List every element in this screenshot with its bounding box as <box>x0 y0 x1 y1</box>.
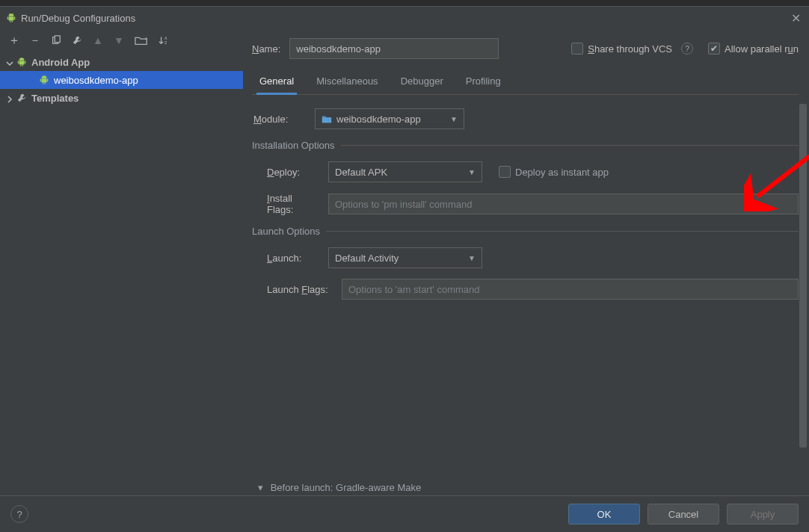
move-up-icon[interactable]: ▲ <box>91 34 105 47</box>
allow-parallel-label: Allow parallel run <box>725 43 799 55</box>
tree-item-weibosdkdemo-app[interactable]: weibosdkdemo-app <box>0 71 243 89</box>
tab-miscellaneous[interactable]: Miscellaneous <box>315 72 379 94</box>
launch-flags-label: Launch Flags: <box>253 284 334 295</box>
dialog-titlebar: Run/Debug Configurations ✕ <box>0 7 809 29</box>
caret-down-icon: ▼ <box>468 254 476 262</box>
tab-profiling[interactable]: Profiling <box>464 72 502 94</box>
tree-group-android-app[interactable]: Android App <box>0 53 243 71</box>
deploy-value: Default APK <box>335 167 387 178</box>
move-down-icon[interactable]: ▼ <box>112 34 126 47</box>
copy-config-icon[interactable] <box>49 34 63 47</box>
launch-label: Launch: <box>253 253 321 264</box>
wrench-icon <box>16 93 27 103</box>
left-pane: ＋ － ▲ ▼ + AZ <box>0 29 243 495</box>
launch-flags-input[interactable] <box>342 279 799 300</box>
ok-button[interactable]: OK <box>568 504 640 525</box>
svg-text:Z: Z <box>164 40 167 45</box>
left-toolbar: ＋ － ▲ ▼ + AZ <box>0 29 243 52</box>
svg-rect-17 <box>42 78 47 82</box>
tree-item-label: weibosdkdemo-app <box>52 75 138 86</box>
add-config-icon[interactable]: ＋ <box>7 34 21 47</box>
launch-combo[interactable]: Default Activity ▼ <box>328 247 482 268</box>
deploy-instant-checkbox[interactable] <box>499 166 511 178</box>
folder-add-icon[interactable]: + <box>133 34 150 47</box>
edit-defaults-icon[interactable] <box>70 34 84 47</box>
sort-alpha-icon[interactable]: AZ <box>157 34 172 47</box>
deploy-instant-label: Deploy as instant app <box>515 167 609 178</box>
allow-parallel-row[interactable]: Allow parallel run <box>708 43 799 55</box>
svg-rect-15 <box>20 65 21 66</box>
launch-row: Launch: Default Activity ▼ <box>252 247 799 268</box>
svg-rect-2 <box>14 16 15 19</box>
scrollbar-thumb[interactable] <box>799 104 807 448</box>
help-button[interactable]: ? <box>10 505 28 523</box>
svg-rect-19 <box>47 78 48 81</box>
dialog-footer: ? OK Cancel Apply <box>0 495 809 532</box>
folder-icon <box>322 114 332 124</box>
help-icon[interactable]: ? <box>681 43 693 55</box>
right-pane: Name: Share through VCS ? Allow parallel… <box>243 29 809 495</box>
before-launch-section[interactable]: ▾ Before launch: Gradle-aware Make <box>258 482 421 494</box>
svg-rect-14 <box>25 61 25 64</box>
svg-rect-18 <box>40 78 41 81</box>
chevron-down-icon: ▾ <box>258 482 263 493</box>
chevron-down-icon <box>6 58 13 66</box>
deploy-instant-row[interactable]: Deploy as instant app <box>499 166 609 178</box>
svg-rect-20 <box>43 83 43 84</box>
dialog-title: Run/Debug Configurations <box>21 13 135 24</box>
launch-flags-row: Launch Flags: <box>252 279 799 300</box>
cancel-button[interactable]: Cancel <box>647 504 719 525</box>
svg-rect-13 <box>18 61 19 64</box>
android-icon <box>6 13 16 23</box>
apply-button[interactable]: Apply <box>727 504 799 525</box>
tree-group-templates[interactable]: Templates <box>0 89 243 107</box>
install-flags-row: Install Flags: <box>252 193 799 215</box>
android-icon <box>39 75 49 85</box>
svg-rect-22 <box>322 117 331 123</box>
caret-down-icon: ▼ <box>450 115 458 123</box>
module-row: Module: weibosdkdemo-app ▼ <box>252 108 799 129</box>
svg-rect-0 <box>9 16 14 20</box>
config-tree[interactable]: Android App weibosdkdemo-app <box>0 52 243 495</box>
launch-options-header: Launch Options <box>252 226 799 237</box>
caret-down-icon: ▼ <box>468 168 476 176</box>
svg-rect-21 <box>45 83 46 84</box>
name-label: Name: <box>252 43 280 55</box>
name-row: Name: Share through VCS ? Allow parallel… <box>252 38 799 59</box>
install-flags-input[interactable] <box>328 194 799 214</box>
svg-rect-3 <box>10 21 10 22</box>
remove-config-icon[interactable]: － <box>28 34 42 47</box>
svg-text:A: A <box>164 36 167 40</box>
svg-rect-4 <box>12 21 13 22</box>
tree-templates-label: Templates <box>30 93 79 104</box>
tree-group-label: Android App <box>30 57 90 68</box>
tab-general[interactable]: General <box>258 72 295 94</box>
svg-rect-8 <box>55 36 60 43</box>
allow-parallel-checkbox[interactable] <box>708 43 720 55</box>
svg-rect-12 <box>19 61 25 64</box>
name-input[interactable] <box>289 38 499 59</box>
tabs-bar: General Miscellaneous Debugger Profiling <box>252 72 799 95</box>
svg-text:+: + <box>145 35 148 42</box>
close-icon[interactable]: ✕ <box>788 10 803 25</box>
android-icon <box>16 57 27 67</box>
form-area: Module: weibosdkdemo-app ▼ Installation … <box>252 108 799 495</box>
install-flags-label: Install Flags: <box>253 193 321 215</box>
share-vcs-checkbox[interactable] <box>571 43 583 55</box>
deploy-combo[interactable]: Default APK ▼ <box>328 161 482 182</box>
launch-value: Default Activity <box>335 253 399 264</box>
share-vcs-label: Share through VCS <box>588 43 672 55</box>
module-value: weibosdkdemo-app <box>336 114 421 125</box>
scrollbar[interactable] <box>799 104 807 451</box>
chevron-right-icon <box>6 94 13 102</box>
run-debug-configurations-dialog: Run/Debug Configurations ✕ ＋ － ▲ ▼ + <box>0 6 809 532</box>
svg-rect-1 <box>7 16 8 19</box>
deploy-label: Deploy: <box>253 167 321 178</box>
tab-debugger[interactable]: Debugger <box>399 72 445 94</box>
svg-rect-16 <box>22 65 23 66</box>
installation-options-header: Installation Options <box>252 140 799 151</box>
module-combo[interactable]: weibosdkdemo-app ▼ <box>315 108 464 129</box>
share-vcs-row[interactable]: Share through VCS <box>571 43 672 55</box>
background-scrap <box>0 0 809 6</box>
dialog-body: ＋ － ▲ ▼ + AZ <box>0 29 809 495</box>
